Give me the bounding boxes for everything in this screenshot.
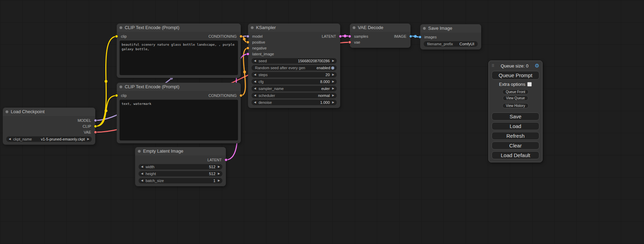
input-label-samples: samples <box>354 34 368 38</box>
input-port-images[interactable] <box>418 35 422 38</box>
wire-clip-negative <box>95 96 117 126</box>
arrow-left-icon[interactable]: ◀ <box>254 86 256 91</box>
node-collapse-dot[interactable] <box>138 150 141 153</box>
widget-filename-prefix[interactable]: filename_prefix ComfyUI <box>424 41 478 47</box>
node-title: Empty Latent Image <box>143 147 183 155</box>
arrow-left-icon[interactable]: ◀ <box>254 79 256 84</box>
widget-height[interactable]: ◀ height 512 ▶ <box>139 171 222 177</box>
load-default-button[interactable]: Load Default <box>492 151 539 159</box>
queue-prompt-button[interactable]: Queue Prompt <box>492 71 539 80</box>
node-ksampler[interactable]: KSampler model LATENT positive negative … <box>248 24 340 108</box>
arrow-left-icon[interactable]: ◀ <box>141 164 143 170</box>
node-titlebar[interactable]: Load Checkpoint <box>3 108 95 116</box>
arrow-right-icon[interactable]: ▶ <box>332 58 334 64</box>
arrow-left-icon[interactable]: ◀ <box>9 136 11 142</box>
input-port-model[interactable] <box>246 35 249 38</box>
node-titlebar[interactable]: KSampler <box>248 24 340 32</box>
widget-steps[interactable]: ◀ steps 20 ▶ <box>252 72 337 78</box>
drag-handle-icon[interactable]: ⠿ <box>492 64 494 68</box>
output-label-model: MODEL <box>78 118 91 123</box>
output-port-image[interactable] <box>409 35 412 38</box>
widget-seed[interactable]: ◀ seed 156680208700286 ▶ <box>252 58 337 64</box>
input-port-positive[interactable] <box>246 40 249 44</box>
arrow-right-icon[interactable]: ▶ <box>218 164 220 170</box>
node-titlebar[interactable]: Empty Latent Image <box>135 147 226 155</box>
clear-button[interactable]: Clear <box>492 142 539 150</box>
view-queue-button[interactable]: View Queue <box>503 96 528 101</box>
arrow-right-icon[interactable]: ▶ <box>332 86 334 91</box>
node-collapse-dot[interactable] <box>6 110 8 113</box>
widget-sampler-name[interactable]: ◀ sampler_name euler ▶ <box>252 86 337 91</box>
node-collapse-dot[interactable] <box>251 26 254 29</box>
arrow-right-icon[interactable]: ▶ <box>87 136 89 142</box>
save-button[interactable]: Save <box>492 112 539 120</box>
arrow-left-icon[interactable]: ◀ <box>254 93 256 98</box>
view-history-button[interactable]: View History <box>502 103 528 108</box>
node-collapse-dot[interactable] <box>120 85 122 88</box>
load-button[interactable]: Load <box>492 122 539 130</box>
widget-batch-size[interactable]: ◀ batch_size 1 ▶ <box>139 178 222 183</box>
input-port-vae[interactable] <box>348 40 351 44</box>
toggle-dot[interactable] <box>331 66 334 70</box>
widget-name: seed <box>258 59 298 63</box>
input-label-positive: positive <box>252 40 265 44</box>
output-port-vae[interactable] <box>94 130 97 134</box>
extra-options-checkbox[interactable] <box>527 82 532 87</box>
output-port-model[interactable] <box>94 119 97 122</box>
node-vae-decode[interactable]: VAE Decode samples IMAGE vae <box>350 24 411 48</box>
node-clip-text-encode-positive[interactable]: CLIP Text Encode (Prompt) clip CONDITION… <box>117 24 241 78</box>
input-port-negative[interactable] <box>246 46 249 49</box>
queue-menu-panel[interactable]: ⠿ Queue size: 0 ⚙ Queue Prompt Extra opt… <box>488 61 542 162</box>
prompt-textarea[interactable]: beautiful scenery nature glass bottle la… <box>120 40 238 75</box>
output-port-latent[interactable] <box>339 35 342 38</box>
node-save-image[interactable]: Save Image images filename_prefix ComfyU… <box>420 24 481 49</box>
node-title: KSampler <box>256 24 276 32</box>
arrow-left-icon[interactable]: ◀ <box>141 171 143 177</box>
node-titlebar[interactable]: CLIP Text Encode (Prompt) <box>117 83 241 91</box>
wire-clip-positive <box>95 36 117 126</box>
node-titlebar[interactable]: Save Image <box>420 24 481 33</box>
settings-gear-icon[interactable]: ⚙ <box>535 63 539 69</box>
queue-front-button[interactable]: Queue Front <box>502 89 529 94</box>
arrow-left-icon[interactable]: ◀ <box>254 58 256 64</box>
link-midpoint-dot <box>105 109 107 112</box>
refresh-button[interactable]: Refresh <box>492 132 539 140</box>
arrow-left-icon[interactable]: ◀ <box>254 72 256 78</box>
input-port-clip[interactable] <box>115 35 118 38</box>
widget-value: normal <box>318 93 330 98</box>
widget-random-seed-toggle[interactable]: Random seed after every gen enabled <box>252 65 337 71</box>
widget-name: height <box>145 172 209 176</box>
widget-cfg[interactable]: ◀ cfg 8.000 ▶ <box>252 79 337 84</box>
input-port-samples[interactable] <box>348 35 351 38</box>
arrow-right-icon[interactable]: ▶ <box>218 178 220 183</box>
output-port-latent[interactable] <box>224 158 228 161</box>
arrow-right-icon[interactable]: ▶ <box>332 93 334 98</box>
prompt-textarea[interactable]: text, watermark <box>120 100 238 141</box>
node-empty-latent-image[interactable]: Empty Latent Image LATENT ◀ width 512 ▶ … <box>135 147 226 186</box>
widget-ckpt-name[interactable]: ◀ ckpt_name v1-5-pruned-emaonly.ckpt ▶ <box>6 136 92 142</box>
arrow-right-icon[interactable]: ▶ <box>218 171 220 177</box>
arrow-right-icon[interactable]: ▶ <box>332 79 334 84</box>
widget-value: 8.000 <box>320 80 330 84</box>
node-collapse-dot[interactable] <box>353 26 355 29</box>
node-collapse-dot[interactable] <box>423 27 426 30</box>
input-port-latent-image[interactable] <box>246 52 249 55</box>
node-titlebar[interactable]: VAE Decode <box>350 24 411 32</box>
node-titlebar[interactable]: CLIP Text Encode (Prompt) <box>117 24 241 32</box>
output-port-conditioning[interactable] <box>239 94 242 97</box>
arrow-left-icon[interactable]: ◀ <box>141 178 143 183</box>
arrow-right-icon[interactable]: ▶ <box>332 72 334 78</box>
node-clip-text-encode-negative[interactable]: CLIP Text Encode (Prompt) clip CONDITION… <box>117 83 241 143</box>
graph-canvas[interactable]: { "colors": { "model": "#B39DDB", "clip"… <box>0 0 644 244</box>
output-port-conditioning[interactable] <box>239 35 242 38</box>
input-port-clip[interactable] <box>115 94 118 97</box>
arrow-right-icon[interactable]: ▶ <box>332 100 334 105</box>
node-load-checkpoint[interactable]: Load Checkpoint MODEL CLIP VAE ◀ ckpt_na… <box>3 108 95 145</box>
widget-width[interactable]: ◀ width 512 ▶ <box>139 164 222 170</box>
node-collapse-dot[interactable] <box>120 26 122 29</box>
arrow-left-icon[interactable]: ◀ <box>254 100 256 105</box>
widget-scheduler[interactable]: ◀ scheduler normal ▶ <box>252 93 337 98</box>
widget-denoise[interactable]: ◀ denoise 1.000 ▶ <box>252 100 337 105</box>
output-port-clip[interactable] <box>94 125 97 128</box>
widget-value: 512 <box>209 165 215 169</box>
